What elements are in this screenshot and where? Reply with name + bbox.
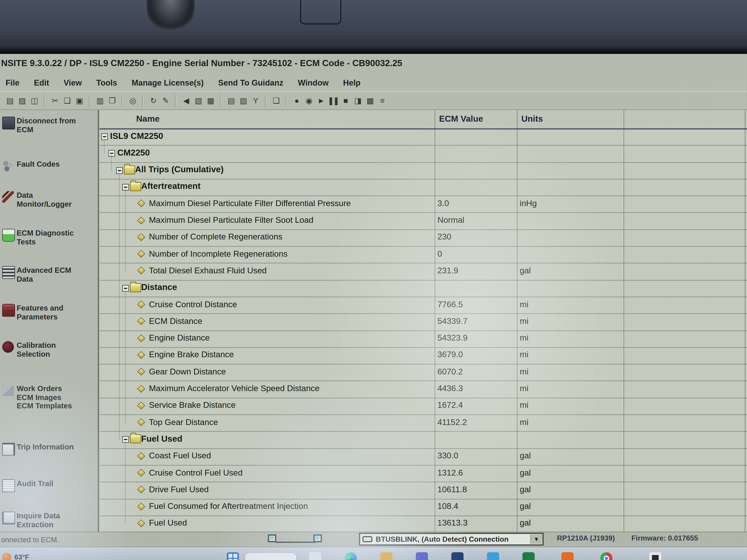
table-row[interactable]: Drive Fuel Used10611.8gal (100, 482, 747, 499)
sidebar-item-label: Data Monitor/Logger (17, 191, 97, 208)
table-row[interactable]: Cruise Control Distance7766.5mi (100, 297, 747, 314)
print-icon[interactable]: ▥ (94, 95, 105, 107)
menu-item-tools[interactable]: Tools (96, 78, 117, 87)
collapse-toggle-icon[interactable] (122, 285, 129, 292)
table-row[interactable]: Coast Fuel Used330.0gal (100, 448, 747, 465)
toolbar-group: ◀▧▦ (180, 95, 216, 107)
paste-icon[interactable]: ▣ (73, 95, 84, 107)
table-row[interactable]: CM2250 (100, 145, 747, 163)
collapse-toggle-icon[interactable] (116, 167, 123, 174)
task-view-icon[interactable] (309, 552, 321, 560)
notes-icon[interactable]: ≡ (376, 95, 387, 107)
table-row[interactable]: All Trips (Cumulative) (100, 162, 747, 180)
refresh-data-icon[interactable]: ↻ (147, 95, 158, 107)
table-row[interactable]: Gear Down Distance6070.2mi (100, 364, 747, 381)
table-row[interactable]: Fuel Used (100, 431, 747, 449)
play-icon[interactable]: ► (315, 95, 326, 107)
data-view-icon[interactable]: ▨ (16, 95, 27, 107)
row-units: gal (520, 518, 531, 527)
menu-item-file[interactable]: File (5, 78, 20, 87)
briefcase-app-icon[interactable] (451, 552, 464, 560)
report-template-icon[interactable]: ▨ (237, 95, 249, 107)
cut-icon[interactable]: ✂ (49, 95, 60, 107)
parameter-icon (137, 418, 145, 426)
row-units: mi (520, 299, 529, 309)
column-header-ecm-value[interactable]: ECM Value (439, 114, 483, 124)
edit-icon[interactable]: ✎ (159, 95, 171, 107)
table-row[interactable]: Maximum Diesel Particulate Filter Differ… (100, 196, 747, 213)
dark-app-icon[interactable] (649, 552, 662, 560)
table-row[interactable]: Engine Distance54323.9mi (100, 330, 747, 348)
ecm-connect-icon[interactable]: ● (291, 95, 302, 107)
table-row[interactable]: Top Gear Distance41152.2mi (100, 415, 747, 432)
start-button[interactable] (227, 552, 239, 560)
teams-icon[interactable] (416, 552, 428, 560)
row-units: gal (520, 451, 531, 460)
copy-icon[interactable]: ❏ (61, 95, 72, 107)
table-row[interactable]: Distance (100, 280, 747, 297)
log-view-icon[interactable]: ▩ (364, 95, 375, 107)
blue-app-icon[interactable] (487, 552, 499, 560)
edge-icon[interactable] (344, 552, 357, 560)
table-row[interactable]: Fuel Consumed for Aftertreatment Injecti… (100, 499, 747, 516)
save-from-ecm-icon[interactable]: ▦ (205, 95, 216, 107)
find-icon[interactable]: ◎ (127, 95, 138, 107)
chrome-icon[interactable] (600, 552, 613, 560)
table-row[interactable]: Aftertreatment (100, 179, 747, 196)
menu-item-view[interactable]: View (63, 78, 82, 87)
search-box[interactable] (244, 552, 297, 560)
toolbar-group: ●◉►❚❚■◨▩≡ (290, 95, 388, 107)
browser-orange-icon[interactable] (561, 552, 574, 560)
weather-temperature[interactable]: 63°F (15, 553, 29, 560)
table-row[interactable]: Maximum Diesel Particulate Filter Soot L… (100, 213, 747, 230)
table-row[interactable]: ISL9 CM2250 (100, 128, 747, 146)
table-row[interactable]: Number of Incomplete Regenerations0 (100, 246, 747, 264)
table-row[interactable]: Engine Brake Distance3679.0mi (100, 347, 747, 365)
menu-item-send-to-guidanz[interactable]: Send To Guidanz (218, 78, 283, 87)
excel-icon[interactable] (522, 552, 535, 560)
collapse-toggle-icon[interactable] (101, 133, 108, 140)
run-circle-icon[interactable]: ◉ (303, 95, 314, 107)
folder-icon (130, 435, 141, 444)
stop-icon[interactable]: ■ (340, 95, 351, 107)
table-row[interactable]: Number of Complete Regenerations230 (100, 229, 747, 247)
row-units: mi (520, 417, 529, 426)
workspace-icon[interactable]: ▤ (4, 95, 15, 107)
sidebar-item-label: Work Orders ECM Images ECM Templates (17, 384, 97, 410)
collapse-toggle-icon[interactable] (122, 436, 129, 443)
window-layout-icon[interactable]: ◫ (28, 95, 40, 107)
column-header-name[interactable]: Name (136, 114, 160, 124)
table-row[interactable]: Fuel Used13613.3gal (100, 515, 747, 533)
pause-icon[interactable]: ❚❚ (327, 95, 338, 107)
row-ecm-value: 4436.3 (437, 383, 463, 393)
menu-item-manage-license-s[interactable]: Manage License(s) (132, 78, 204, 87)
insite-application-window: NSITE 9.3.0.22 / DP - ISL9 CM2250 - Engi… (0, 54, 747, 560)
new-window-icon[interactable]: ❑ (270, 95, 281, 107)
table-row[interactable]: Cruise Control Fuel Used1312.6gal (100, 465, 747, 482)
menu-item-edit[interactable]: Edit (34, 78, 49, 87)
parameter-icon (137, 317, 145, 325)
row-name: Drive Fuel Used (149, 484, 209, 494)
print-preview-icon[interactable]: ❐ (106, 95, 117, 107)
weather-icon[interactable] (2, 553, 11, 560)
column-header-units[interactable]: Units (521, 114, 543, 124)
toolbar-separator (122, 95, 122, 107)
collapse-toggle-icon[interactable] (122, 184, 129, 191)
menu-item-window[interactable]: Window (298, 78, 329, 87)
report-icon[interactable]: ▤ (225, 95, 236, 107)
filter-icon[interactable]: Y (250, 95, 261, 107)
audio-alert-icon[interactable]: ◀ (180, 95, 191, 107)
table-row[interactable]: ECM Distance54339.7mi (100, 314, 747, 331)
collapse-toggle-icon[interactable] (108, 150, 115, 157)
table-row[interactable]: Total Diesel Exhaust Fluid Used231.9gal (100, 263, 747, 281)
table-row[interactable]: Service Brake Distance1672.4mi (100, 398, 747, 415)
step-icon[interactable]: ◨ (352, 95, 363, 107)
send-to-ecm-icon[interactable]: ▧ (192, 95, 203, 107)
folder-icon[interactable] (380, 552, 392, 560)
menu-item-help[interactable]: Help (343, 78, 361, 87)
row-name: Fuel Used (141, 434, 182, 444)
table-row[interactable]: Maximum Accelerator Vehicle Speed Distan… (100, 381, 747, 398)
sidebar: Disconnect from ECMFault CodesData Monit… (0, 110, 98, 534)
connection-dropdown[interactable]: BTUSBLINK, (Auto Detect) Connection ▼ (359, 533, 544, 545)
dropdown-arrow-icon[interactable]: ▼ (530, 534, 542, 544)
